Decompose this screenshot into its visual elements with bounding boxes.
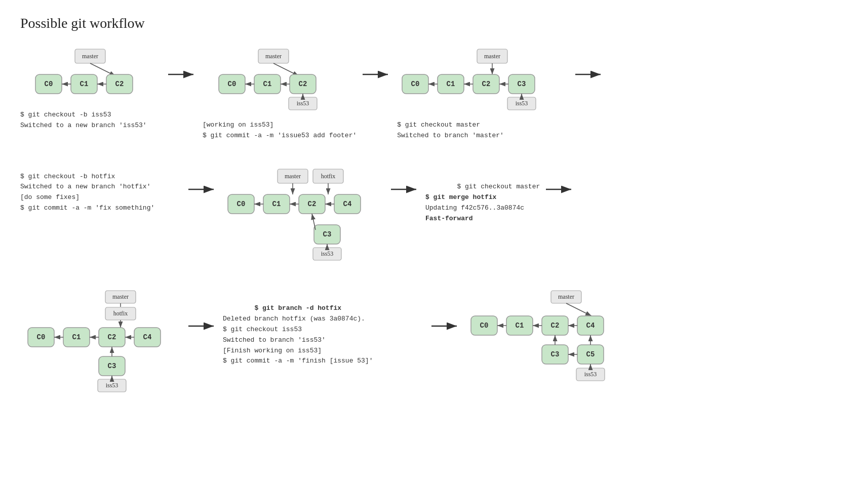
svg-text:C1: C1 [272, 200, 281, 208]
svg-text:master: master [112, 293, 129, 300]
arrow-3 [569, 67, 610, 82]
svg-text:C1: C1 [72, 333, 81, 341]
svg-text:C3: C3 [518, 80, 526, 88]
code-1: $ git checkout -b iss53 Switched to a ne… [20, 107, 147, 131]
svg-text:master: master [265, 53, 282, 60]
svg-text:iss53: iss53 [584, 371, 597, 378]
code-5: $ git checkout master $ git merge hotfix… [425, 169, 540, 235]
svg-diagram-6: master hotfix C0 C1 C2 C4 [23, 288, 180, 405]
diagram-7: master C0 C1 C2 C4 [466, 288, 648, 394]
svg-text:C3: C3 [551, 350, 560, 358]
svg-line-107 [566, 303, 591, 316]
svg-text:C1: C1 [80, 80, 89, 88]
code-2: [working on iss53] $ git commit -a -m 'i… [203, 117, 357, 141]
svg-text:hotfix: hotfix [321, 173, 336, 180]
svg-text:C2: C2 [551, 322, 560, 330]
svg-text:master: master [82, 53, 98, 60]
arrow-5 [385, 182, 425, 197]
code-block-5-wrapper: $ git checkout master $ git merge hotfix… [425, 167, 540, 235]
svg-text:C3: C3 [108, 362, 116, 370]
svg-text:C0: C0 [37, 333, 46, 341]
svg-text:C0: C0 [228, 80, 236, 88]
svg-text:master: master [558, 293, 574, 300]
arrow-6 [540, 182, 580, 197]
svg-text:C0: C0 [237, 200, 246, 208]
svg-text:C2: C2 [299, 80, 307, 88]
diagram-5: master hotfix C0 C1 C2 [223, 167, 385, 268]
diagram-1: master C0 C1 C2 $ git checkout -b iss53 … [20, 47, 162, 131]
svg-text:master: master [285, 173, 301, 180]
svg-text:C1: C1 [263, 80, 272, 88]
arrow-7 [182, 318, 223, 334]
page-title: Possible git workflow [20, 15, 848, 31]
svg-diagram-1: master C0 C1 C2 [30, 47, 152, 102]
code-6: $ git branch -d hotfix Deleted branch ho… [223, 291, 425, 377]
code-block-4-wrapper: $ git checkout -b hotfix Switched to a n… [20, 167, 182, 214]
arrow-2 [357, 67, 397, 82]
svg-text:C5: C5 [586, 350, 595, 358]
code-4: $ git checkout -b hotfix Switched to a n… [20, 169, 182, 214]
svg-text:C2: C2 [482, 80, 491, 88]
svg-text:C4: C4 [586, 322, 595, 330]
svg-text:iss53: iss53 [297, 100, 309, 107]
svg-text:C4: C4 [143, 333, 152, 341]
svg-text:C1: C1 [516, 322, 524, 330]
row-2: $ git checkout -b hotfix Switched to a n… [20, 167, 848, 268]
svg-text:iss53: iss53 [516, 100, 528, 107]
svg-diagram-2: master C0 C1 C2 iss53 [214, 47, 345, 112]
diagram-2: master C0 C1 C2 iss53 [203, 47, 357, 141]
svg-text:hotfix: hotfix [113, 310, 128, 317]
svg-diagram-7: master C0 C1 C2 C4 [466, 288, 648, 389]
svg-text:C1: C1 [447, 80, 455, 88]
svg-text:C0: C0 [411, 80, 420, 88]
row-3: master hotfix C0 C1 C2 C4 [20, 288, 848, 410]
arrow-8 [425, 318, 466, 334]
code-block-6-wrapper: $ git branch -d hotfix Deleted branch ho… [223, 288, 425, 377]
diagram-6-left: master hotfix C0 C1 C2 C4 [20, 288, 182, 410]
svg-text:master: master [484, 53, 500, 60]
svg-diagram-5: master hotfix C0 C1 C2 [223, 167, 385, 263]
svg-text:C4: C4 [343, 200, 352, 208]
svg-text:C2: C2 [308, 200, 317, 208]
svg-text:C3: C3 [323, 230, 332, 238]
arrow-4 [182, 182, 223, 197]
row-1: master C0 C1 C2 $ git checkout -b iss53 … [20, 47, 848, 141]
svg-text:C0: C0 [480, 322, 489, 330]
svg-text:iss53: iss53 [106, 382, 119, 389]
svg-text:iss53: iss53 [321, 250, 334, 257]
diagram-3: master C0 C1 C2 C3 [397, 47, 569, 141]
arrow-1 [162, 67, 203, 82]
page-content: master C0 C1 C2 $ git checkout -b iss53 … [20, 47, 848, 410]
svg-text:C0: C0 [45, 80, 53, 88]
code-3: $ git checkout master Switched to branch… [397, 117, 504, 141]
svg-text:C2: C2 [115, 80, 124, 88]
svg-diagram-3: master C0 C1 C2 C3 [397, 47, 569, 112]
svg-text:C2: C2 [108, 333, 116, 341]
svg-line-70 [312, 214, 315, 230]
